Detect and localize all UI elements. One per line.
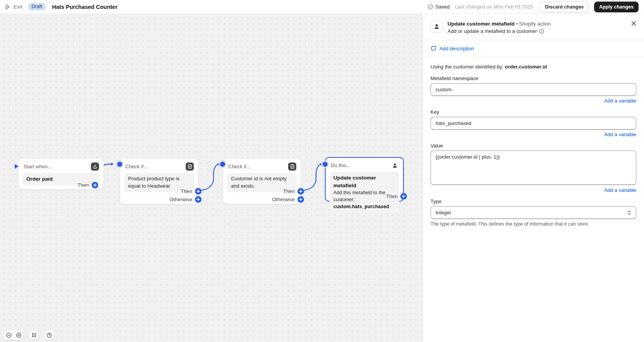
customer-context-line: Using the customer identified by: order.… [430,64,636,70]
clipboard-check-icon [186,162,194,171]
plus-icon [196,198,200,201]
value-textarea[interactable]: {{order.customer.id | plus: 1}} [430,150,636,185]
then-label: Then [283,188,295,194]
flow-canvas[interactable]: Start when... Order paid Then [0,14,422,342]
plus-icon [402,195,405,198]
clipboard-check-icon [288,162,296,171]
help-icon [46,332,52,338]
person-icon [391,161,399,169]
zoom-in-button[interactable] [14,330,23,340]
chevron-up-down-icon [627,210,631,215]
then-label: Then [181,188,192,194]
plus-icon [299,198,302,201]
node-header-label: Start when... [24,164,52,169]
flow-node-check-customer-id[interactable]: Check if... Customer id is not empty and… [223,159,301,204]
customer-context-value: order.customer.id [505,64,547,70]
close-icon [631,21,636,26]
apply-changes-button[interactable]: Apply changes [594,2,639,12]
add-step-otherwise-button[interactable] [297,196,304,203]
plus-icon [299,190,302,193]
key-add-variable-link[interactable]: Add a variable [604,132,636,137]
add-step-then-button[interactable] [297,188,304,195]
input-connector-dot [117,162,122,167]
then-label: Then [386,193,398,199]
panel-header: Update customer metafield • Shopify acti… [423,14,644,40]
bullet-separator: • [516,21,518,27]
workflow-title: Hats Purchased Counter [52,4,118,10]
otherwise-label: Otherwise [169,197,192,202]
type-select-value: Integer [436,210,451,215]
flow-editor-app: Exit Draft Hats Purchased Counter Saved … [0,0,644,342]
then-label: Then [77,182,89,188]
value-add-variable-link[interactable]: Add a variable [604,187,636,193]
key-input[interactable] [430,117,636,130]
node-header-label: Check if... [228,164,251,169]
value-label: Value [430,143,636,149]
flow-node-check-product-type[interactable]: Check if... Product product type is equa… [120,159,198,204]
namespace-input[interactable] [430,83,636,96]
canvas-controls [4,330,54,340]
node-summary: Update customer metafield Add this metaf… [330,172,399,213]
add-step-then-button[interactable] [195,188,202,195]
type-select[interactable]: Integer [430,206,636,219]
inbox-arrow-down-icon [91,162,99,171]
input-connector-dot [323,162,328,167]
config-panel: Update customer metafield • Shopify acti… [422,14,644,342]
zoom-in-icon [16,332,22,338]
status-badge: Draft [28,3,46,10]
exit-button[interactable]: Exit [5,4,22,10]
add-description-button[interactable]: Add description [430,45,474,51]
panel-description: Add or update a metafield to a customer [448,28,537,34]
fit-view-icon [31,332,37,338]
add-step-then-button[interactable] [92,182,98,188]
zoom-out-button[interactable] [4,330,14,340]
type-help-text: The type of metafield. This defines the … [430,221,636,227]
close-panel-button[interactable] [630,19,638,29]
panel-body: Using the customer identified by: order.… [423,57,644,233]
namespace-label: Metafield namespace [430,75,636,81]
plus-icon [196,190,200,193]
otherwise-label: Otherwise [272,197,295,202]
add-description-row: Add description [423,40,644,57]
node-header-label: Check if... [125,164,148,169]
fit-view-button[interactable] [29,330,39,340]
exit-label: Exit [14,4,22,10]
flow-node-update-customer-metafield[interactable]: Do this... Update customer metafield Add… [325,157,404,202]
node-header-label: Do this... [331,162,350,168]
last-changed-text: Last changed on Mon Feb 03 2025 [455,4,533,10]
namespace-add-variable-link[interactable]: Add a variable [604,98,636,104]
add-step-then-button[interactable] [400,193,407,200]
panel-title: Update customer metafield [448,21,514,27]
check-circle-icon [427,4,433,10]
key-label: Key [430,109,636,115]
discard-changes-button[interactable]: Discard changes [540,2,589,12]
plus-icon [93,183,97,187]
saved-label: Saved [436,4,450,10]
input-connector-dot [220,162,225,167]
flow-node-trigger-order-paid[interactable]: Start when... Order paid Then [18,159,104,190]
topbar: Exit Draft Hats Purchased Counter Saved … [0,0,644,14]
zoom-out-icon [6,332,12,338]
person-icon [430,21,443,33]
action-type-label: Shopify action [519,21,551,27]
chat-edit-icon [430,45,437,51]
help-button[interactable] [44,330,54,340]
info-icon [539,29,544,34]
type-label: Type [430,198,636,204]
exit-icon [5,4,11,10]
add-step-otherwise-button[interactable] [195,196,202,203]
saved-status: Saved [427,4,450,10]
trigger-start-icon [15,164,19,169]
